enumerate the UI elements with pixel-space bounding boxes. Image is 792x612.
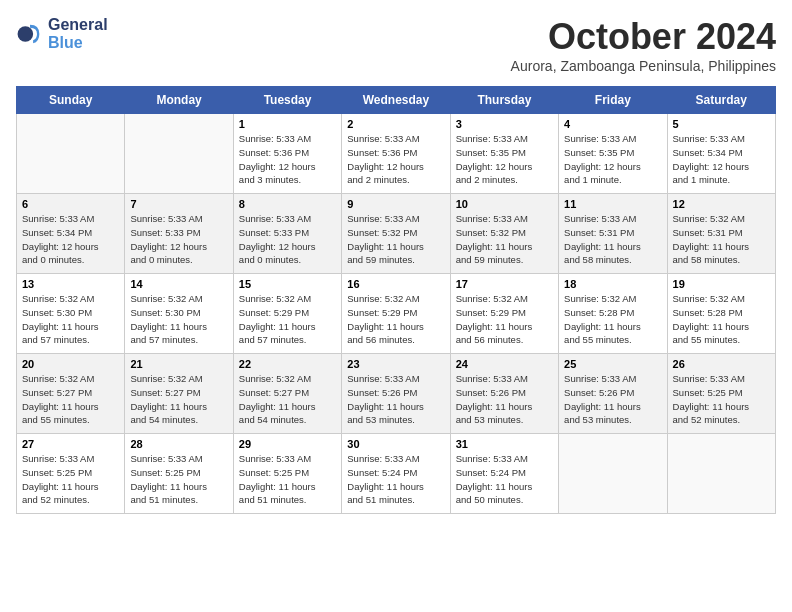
day-number: 5 — [673, 118, 770, 130]
week-row-1: 1Sunrise: 5:33 AM Sunset: 5:36 PM Daylig… — [17, 114, 776, 194]
weekday-header-row: SundayMondayTuesdayWednesdayThursdayFrid… — [17, 87, 776, 114]
day-number: 3 — [456, 118, 553, 130]
day-number: 13 — [22, 278, 119, 290]
calendar-cell — [17, 114, 125, 194]
calendar-cell: 4Sunrise: 5:33 AM Sunset: 5:35 PM Daylig… — [559, 114, 667, 194]
weekday-header-sunday: Sunday — [17, 87, 125, 114]
day-info: Sunrise: 5:33 AM Sunset: 5:31 PM Dayligh… — [564, 212, 661, 267]
day-number: 20 — [22, 358, 119, 370]
day-number: 22 — [239, 358, 336, 370]
calendar-cell: 22Sunrise: 5:32 AM Sunset: 5:27 PM Dayli… — [233, 354, 341, 434]
calendar-cell: 17Sunrise: 5:32 AM Sunset: 5:29 PM Dayli… — [450, 274, 558, 354]
day-info: Sunrise: 5:32 AM Sunset: 5:30 PM Dayligh… — [22, 292, 119, 347]
calendar-cell: 30Sunrise: 5:33 AM Sunset: 5:24 PM Dayli… — [342, 434, 450, 514]
day-number: 2 — [347, 118, 444, 130]
page-header: General Blue October 2024 Aurora, Zamboa… — [16, 16, 776, 74]
calendar-cell: 13Sunrise: 5:32 AM Sunset: 5:30 PM Dayli… — [17, 274, 125, 354]
calendar-cell: 28Sunrise: 5:33 AM Sunset: 5:25 PM Dayli… — [125, 434, 233, 514]
week-row-3: 13Sunrise: 5:32 AM Sunset: 5:30 PM Dayli… — [17, 274, 776, 354]
calendar-cell: 8Sunrise: 5:33 AM Sunset: 5:33 PM Daylig… — [233, 194, 341, 274]
title-block: October 2024 Aurora, Zamboanga Peninsula… — [511, 16, 776, 74]
weekday-header-friday: Friday — [559, 87, 667, 114]
day-info: Sunrise: 5:33 AM Sunset: 5:32 PM Dayligh… — [347, 212, 444, 267]
day-number: 21 — [130, 358, 227, 370]
day-info: Sunrise: 5:33 AM Sunset: 5:35 PM Dayligh… — [456, 132, 553, 187]
day-info: Sunrise: 5:32 AM Sunset: 5:27 PM Dayligh… — [22, 372, 119, 427]
calendar-cell: 25Sunrise: 5:33 AM Sunset: 5:26 PM Dayli… — [559, 354, 667, 434]
day-number: 23 — [347, 358, 444, 370]
day-number: 7 — [130, 198, 227, 210]
day-number: 25 — [564, 358, 661, 370]
logo-text: General Blue — [48, 16, 108, 52]
calendar-cell: 20Sunrise: 5:32 AM Sunset: 5:27 PM Dayli… — [17, 354, 125, 434]
calendar-cell — [667, 434, 775, 514]
day-number: 4 — [564, 118, 661, 130]
day-number: 27 — [22, 438, 119, 450]
day-info: Sunrise: 5:32 AM Sunset: 5:28 PM Dayligh… — [673, 292, 770, 347]
calendar-cell: 27Sunrise: 5:33 AM Sunset: 5:25 PM Dayli… — [17, 434, 125, 514]
calendar-cell: 7Sunrise: 5:33 AM Sunset: 5:33 PM Daylig… — [125, 194, 233, 274]
calendar-cell: 16Sunrise: 5:32 AM Sunset: 5:29 PM Dayli… — [342, 274, 450, 354]
calendar-cell: 2Sunrise: 5:33 AM Sunset: 5:36 PM Daylig… — [342, 114, 450, 194]
day-number: 11 — [564, 198, 661, 210]
day-info: Sunrise: 5:33 AM Sunset: 5:25 PM Dayligh… — [239, 452, 336, 507]
day-info: Sunrise: 5:33 AM Sunset: 5:25 PM Dayligh… — [22, 452, 119, 507]
day-info: Sunrise: 5:32 AM Sunset: 5:30 PM Dayligh… — [130, 292, 227, 347]
calendar-cell: 24Sunrise: 5:33 AM Sunset: 5:26 PM Dayli… — [450, 354, 558, 434]
month-title: October 2024 — [511, 16, 776, 58]
day-number: 15 — [239, 278, 336, 290]
day-info: Sunrise: 5:33 AM Sunset: 5:24 PM Dayligh… — [456, 452, 553, 507]
day-number: 29 — [239, 438, 336, 450]
calendar-cell: 5Sunrise: 5:33 AM Sunset: 5:34 PM Daylig… — [667, 114, 775, 194]
week-row-4: 20Sunrise: 5:32 AM Sunset: 5:27 PM Dayli… — [17, 354, 776, 434]
day-info: Sunrise: 5:33 AM Sunset: 5:25 PM Dayligh… — [673, 372, 770, 427]
day-info: Sunrise: 5:32 AM Sunset: 5:29 PM Dayligh… — [239, 292, 336, 347]
calendar-cell: 9Sunrise: 5:33 AM Sunset: 5:32 PM Daylig… — [342, 194, 450, 274]
logo-icon — [16, 20, 44, 48]
weekday-header-saturday: Saturday — [667, 87, 775, 114]
calendar-cell: 29Sunrise: 5:33 AM Sunset: 5:25 PM Dayli… — [233, 434, 341, 514]
calendar-cell: 14Sunrise: 5:32 AM Sunset: 5:30 PM Dayli… — [125, 274, 233, 354]
day-info: Sunrise: 5:33 AM Sunset: 5:33 PM Dayligh… — [239, 212, 336, 267]
day-number: 14 — [130, 278, 227, 290]
day-number: 8 — [239, 198, 336, 210]
week-row-2: 6Sunrise: 5:33 AM Sunset: 5:34 PM Daylig… — [17, 194, 776, 274]
calendar-cell: 15Sunrise: 5:32 AM Sunset: 5:29 PM Dayli… — [233, 274, 341, 354]
day-number: 24 — [456, 358, 553, 370]
calendar-cell: 23Sunrise: 5:33 AM Sunset: 5:26 PM Dayli… — [342, 354, 450, 434]
day-info: Sunrise: 5:33 AM Sunset: 5:26 PM Dayligh… — [456, 372, 553, 427]
calendar-cell: 26Sunrise: 5:33 AM Sunset: 5:25 PM Dayli… — [667, 354, 775, 434]
day-number: 19 — [673, 278, 770, 290]
day-info: Sunrise: 5:33 AM Sunset: 5:26 PM Dayligh… — [564, 372, 661, 427]
calendar-cell: 31Sunrise: 5:33 AM Sunset: 5:24 PM Dayli… — [450, 434, 558, 514]
day-info: Sunrise: 5:32 AM Sunset: 5:27 PM Dayligh… — [130, 372, 227, 427]
day-number: 26 — [673, 358, 770, 370]
week-row-5: 27Sunrise: 5:33 AM Sunset: 5:25 PM Dayli… — [17, 434, 776, 514]
calendar-cell: 18Sunrise: 5:32 AM Sunset: 5:28 PM Dayli… — [559, 274, 667, 354]
day-info: Sunrise: 5:32 AM Sunset: 5:27 PM Dayligh… — [239, 372, 336, 427]
day-info: Sunrise: 5:33 AM Sunset: 5:25 PM Dayligh… — [130, 452, 227, 507]
day-info: Sunrise: 5:33 AM Sunset: 5:33 PM Dayligh… — [130, 212, 227, 267]
day-info: Sunrise: 5:33 AM Sunset: 5:26 PM Dayligh… — [347, 372, 444, 427]
weekday-header-wednesday: Wednesday — [342, 87, 450, 114]
day-number: 30 — [347, 438, 444, 450]
day-number: 12 — [673, 198, 770, 210]
day-info: Sunrise: 5:33 AM Sunset: 5:36 PM Dayligh… — [347, 132, 444, 187]
calendar-cell: 10Sunrise: 5:33 AM Sunset: 5:32 PM Dayli… — [450, 194, 558, 274]
calendar-cell: 21Sunrise: 5:32 AM Sunset: 5:27 PM Dayli… — [125, 354, 233, 434]
day-info: Sunrise: 5:33 AM Sunset: 5:34 PM Dayligh… — [673, 132, 770, 187]
day-number: 28 — [130, 438, 227, 450]
day-number: 10 — [456, 198, 553, 210]
logo: General Blue — [16, 16, 108, 52]
weekday-header-thursday: Thursday — [450, 87, 558, 114]
calendar-cell — [559, 434, 667, 514]
day-number: 9 — [347, 198, 444, 210]
calendar-cell: 6Sunrise: 5:33 AM Sunset: 5:34 PM Daylig… — [17, 194, 125, 274]
day-info: Sunrise: 5:32 AM Sunset: 5:29 PM Dayligh… — [347, 292, 444, 347]
svg-point-0 — [18, 26, 34, 42]
day-number: 18 — [564, 278, 661, 290]
day-info: Sunrise: 5:33 AM Sunset: 5:35 PM Dayligh… — [564, 132, 661, 187]
calendar-cell: 19Sunrise: 5:32 AM Sunset: 5:28 PM Dayli… — [667, 274, 775, 354]
calendar-cell — [125, 114, 233, 194]
calendar-cell: 3Sunrise: 5:33 AM Sunset: 5:35 PM Daylig… — [450, 114, 558, 194]
